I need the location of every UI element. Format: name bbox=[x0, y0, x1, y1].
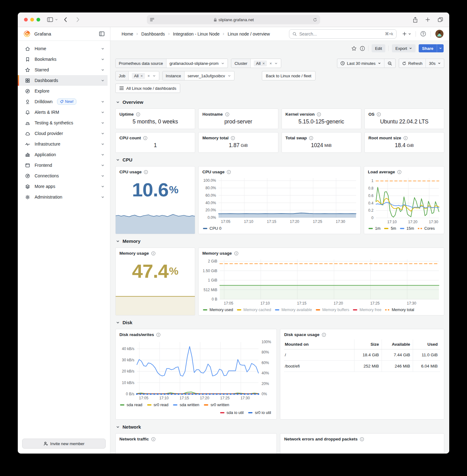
chevron-down-icon[interactable] bbox=[55, 18, 58, 21]
reload-icon[interactable] bbox=[313, 18, 317, 22]
time-range-picker[interactable]: Last 30 minutes bbox=[337, 59, 384, 68]
sidebar-item-home[interactable]: Home bbox=[18, 43, 108, 54]
close-window-button[interactable] bbox=[24, 18, 28, 22]
breadcrumb-item[interactable]: Integration - Linux Node bbox=[173, 31, 219, 36]
tab-overview-icon[interactable] bbox=[438, 17, 443, 22]
back-button[interactable] bbox=[64, 17, 67, 22]
collapse-sidebar-icon[interactable] bbox=[99, 31, 104, 36]
legend-item[interactable]: CPU 0 bbox=[203, 226, 221, 231]
favorite-star-icon[interactable] bbox=[351, 46, 357, 51]
legend-item[interactable]: 1m bbox=[368, 226, 380, 231]
panel-info-icon[interactable] bbox=[317, 112, 321, 117]
share-button[interactable]: Share bbox=[419, 44, 444, 52]
chevron-down-icon[interactable] bbox=[101, 153, 104, 156]
help-icon[interactable] bbox=[420, 31, 426, 37]
avatar[interactable] bbox=[435, 30, 444, 38]
legend-item[interactable]: sr0 read bbox=[147, 402, 169, 407]
legend-item[interactable]: Memory used bbox=[203, 308, 233, 312]
panel-info-icon[interactable] bbox=[151, 251, 156, 256]
browser-sidebar-toggle-icon[interactable] bbox=[47, 17, 53, 22]
legend-item[interactable]: Memory buffers bbox=[316, 308, 349, 312]
clear-filter-icon[interactable]: × bbox=[269, 61, 272, 65]
sidebar-item-infrastructure[interactable]: Infrastructure bbox=[18, 139, 108, 149]
sidebar-item-frontend[interactable]: Frontend bbox=[18, 160, 108, 171]
invite-new-member-button[interactable]: Invite new member bbox=[22, 439, 106, 449]
panel-info-icon[interactable] bbox=[225, 112, 229, 117]
zoom-out-button[interactable] bbox=[384, 59, 395, 68]
minimize-window-button[interactable] bbox=[30, 18, 34, 22]
sidebar-item-alerts[interactable]: Alerts & IRM bbox=[18, 107, 108, 118]
legend-item[interactable]: sr0 written bbox=[204, 402, 229, 407]
export-button[interactable]: Export bbox=[392, 44, 416, 52]
chevron-down-icon[interactable] bbox=[101, 121, 104, 125]
chevron-down-icon[interactable] bbox=[101, 79, 104, 82]
sidebar-item-more-apps[interactable]: More apps bbox=[18, 181, 108, 192]
panel-info-icon[interactable] bbox=[397, 170, 402, 174]
legend-item[interactable]: sda written bbox=[173, 402, 199, 407]
section-memory[interactable]: Memory bbox=[116, 238, 444, 244]
panel-info-icon[interactable] bbox=[403, 136, 408, 140]
section-cpu[interactable]: CPU bbox=[116, 157, 444, 162]
section-network[interactable]: Network bbox=[116, 424, 444, 430]
legend-item[interactable]: sda io util bbox=[220, 410, 244, 415]
panel-info-icon[interactable] bbox=[234, 251, 238, 256]
chevron-down-icon[interactable] bbox=[101, 100, 104, 103]
all-dashboards-button[interactable]: All Linux node / dashboards bbox=[115, 84, 180, 93]
address-bar[interactable]: sliplane.grafana.net bbox=[147, 15, 320, 24]
panel-info-icon[interactable] bbox=[322, 333, 326, 337]
remove-chip-icon[interactable]: × bbox=[140, 74, 143, 78]
add-button[interactable] bbox=[402, 31, 411, 36]
section-disk[interactable]: Disk bbox=[116, 320, 444, 325]
edit-button[interactable]: Edit bbox=[372, 44, 385, 52]
sidebar-item-bookmarks[interactable]: Bookmarks bbox=[18, 54, 108, 65]
share-dropdown-icon[interactable] bbox=[437, 44, 444, 52]
panel-info-icon[interactable] bbox=[143, 136, 147, 140]
legend-item[interactable]: Memory available bbox=[275, 308, 312, 312]
panel-info-icon[interactable] bbox=[156, 333, 161, 337]
legend-item[interactable]: sr0 io util bbox=[248, 410, 271, 415]
dashboard-info-icon[interactable] bbox=[360, 46, 365, 51]
back-to-fleet-button[interactable]: Back to Linux node / fleet bbox=[262, 71, 315, 80]
legend-item[interactable]: Memory free bbox=[353, 308, 381, 312]
chevron-down-icon[interactable] bbox=[101, 142, 104, 146]
new-tab-icon[interactable] bbox=[425, 17, 430, 22]
chevron-down-icon[interactable] bbox=[101, 111, 104, 114]
disk-reads-writes-chart[interactable]: 40 kB/s30 kB/s20 kB/s10 kB/s0 B/s100%80%… bbox=[116, 338, 277, 401]
breadcrumb-item[interactable]: Linux node / overview bbox=[228, 31, 270, 36]
sidebar-item-dashboards[interactable]: Dashboards bbox=[18, 75, 108, 86]
panel-info-icon[interactable] bbox=[136, 112, 140, 117]
legend-item[interactable]: 15m bbox=[400, 226, 414, 231]
search-box[interactable]: ⌘+k bbox=[289, 29, 397, 39]
chevron-down-icon[interactable] bbox=[101, 58, 104, 61]
sidebar-item-drilldown[interactable]: DrilldownNew! bbox=[18, 96, 108, 107]
instance-value[interactable]: server_1a3ufgsoibcv bbox=[185, 71, 234, 80]
panel-info-icon[interactable] bbox=[151, 437, 156, 441]
panel-info-icon[interactable] bbox=[377, 112, 381, 117]
panel-info-icon[interactable] bbox=[231, 136, 235, 140]
sidebar-item-starred[interactable]: Starred bbox=[18, 65, 108, 75]
sidebar-item-testing[interactable]: Testing & synthetics bbox=[18, 118, 108, 128]
sidebar-item-application[interactable]: Application bbox=[18, 149, 108, 160]
refresh-button[interactable]: Refresh bbox=[399, 59, 426, 68]
breadcrumb-item[interactable]: Home bbox=[122, 31, 133, 36]
chevron-down-icon[interactable] bbox=[101, 132, 104, 135]
legend-item[interactable]: Memory total bbox=[385, 308, 414, 312]
memory-usage-chart[interactable]: 2 GiB1.50 GiB1 GiB512 MiB0 B17:0517:1017… bbox=[199, 256, 444, 307]
refresh-interval-picker[interactable]: 30s bbox=[426, 59, 444, 68]
chevron-down-icon[interactable] bbox=[101, 185, 104, 188]
chevron-down-icon[interactable] bbox=[101, 164, 104, 167]
panel-info-icon[interactable] bbox=[144, 170, 148, 174]
legend-item[interactable]: 5m bbox=[384, 226, 396, 231]
forward-button[interactable] bbox=[76, 17, 80, 22]
share-page-icon[interactable] bbox=[413, 17, 418, 23]
chevron-down-icon[interactable] bbox=[101, 68, 104, 72]
sidebar-item-explore[interactable]: Explore bbox=[18, 86, 108, 96]
datasource-value[interactable]: grafanacloud-sliplane-prom bbox=[166, 59, 228, 68]
sidebar-item-connections[interactable]: Connections bbox=[18, 171, 108, 181]
clear-filter-icon[interactable]: × bbox=[147, 74, 150, 78]
legend-item[interactable]: sda read bbox=[120, 402, 142, 407]
legend-item[interactable]: Cores bbox=[418, 226, 435, 231]
reader-view-icon[interactable] bbox=[150, 18, 154, 22]
sidebar-item-administration[interactable]: Administration bbox=[18, 192, 108, 202]
legend-item[interactable]: Memory cached bbox=[237, 308, 271, 312]
